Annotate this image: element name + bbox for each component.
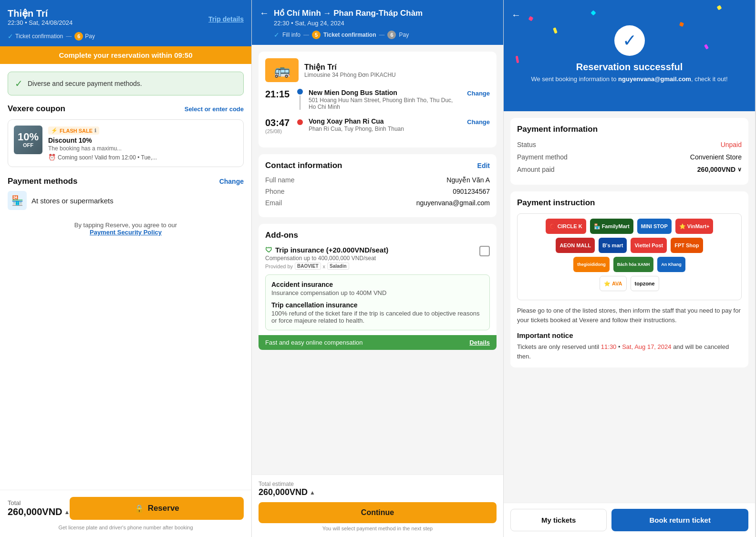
p1-trip-details-link[interactable]: Trip details [208,15,244,23]
store-icon: 🏪 [8,191,27,210]
back-arrow-icon[interactable]: ← [259,8,269,19]
bus-name: Thiện Trí [304,63,396,72]
accident-desc: Insurance compensation up to 400M VND [271,289,484,296]
coupon-off: OFF [23,142,33,148]
shield-icon: 🛡 [265,246,272,254]
p3-footer: My tickets Book return ticket [504,503,755,537]
p2-fast-tag: Fast and easy online compensation Detail… [259,335,497,350]
p1-footer: Total 260,000VND ▲ 🔒 Reserve Get license… [0,490,251,537]
p2-route: Hồ Chí Minh → Phan Rang-Tháp Chàm [274,8,423,18]
my-tickets-button[interactable]: My tickets [510,509,607,531]
step-check-icon: ✓ [8,32,13,40]
p2-total-label: Total estimate [259,481,315,487]
p2-arrive-time: 03:47 [265,117,291,128]
ministop-logo: MINI STOP [637,219,672,234]
p1-total-amount: 260,000VND ▲ [8,506,70,517]
p3-method-row: Payment method Convenient Store [517,153,742,161]
tgdd-logo: thegioididong [573,257,609,272]
p3-success-email: nguyenvana@gmail.com [618,75,691,83]
p2-addons-section: Add-ons 🛡 Trip insurance (+20.000VND/sea… [259,224,497,350]
p3-method-val: Convenient Store [690,153,742,161]
fptshop-logo: FPT Shop [671,238,703,253]
p1-coupon-link[interactable]: Select or enter code [185,105,244,113]
p2-insurance-row: 🛡 Trip insurance (+20.000VND/seat) Compe… [265,246,490,270]
p1-coupon-card: 10% OFF ⚡ FLASH SALE ℹ Discount 10% The … [8,119,244,167]
p1-license-text: Get license plate and driver's phone num… [8,525,244,530]
p3-amount-val: 260,000VND ∨ [697,166,742,173]
arrive-change-link[interactable]: Change [467,117,490,126]
p3-success-sub: We sent booking information to nguyenvan… [511,75,747,83]
accident-title: Accident insurance [271,281,484,288]
p1-bus-name: Thiện Trí [8,8,72,19]
bus-thumbnail: 🚌 [265,58,299,82]
familymart-logo: 🏪FamilyMart [590,219,633,234]
arrive-stop-name: Vong Xoay Phan Ri Cua [309,117,461,125]
coupon-pct: 10% [18,132,39,142]
store-row-4: ⭐ AVA topzone [522,276,736,291]
reserve-button[interactable]: 🔒 Reserve [70,497,244,520]
contact-edit-link[interactable]: Edit [477,162,490,169]
p2-footer: Total estimate 260,000VND ▲ Continue You… [252,474,503,537]
p1-step-pay-num: 6 [74,32,83,41]
store-row-2: AEON MALL B's mart Viettel Post FPT Shop [522,238,736,253]
panel-ticket-confirmation: ← Hồ Chí Minh → Phan Rang-Tháp Chàm 22:3… [252,0,504,537]
p2-chevron-up-icon: ▲ [310,489,315,496]
contact-email-row: Email nguyenvana@gmail.com [265,199,490,207]
book-return-ticket-button[interactable]: Book return ticket [611,509,748,531]
p3-header: ← ✓ Reservation successful We sent booki… [504,0,755,111]
p2-step-ticket-label: Ticket confirmation [323,32,376,38]
p3-success-area: ✓ Reservation successful We sent booking… [511,25,747,83]
p3-instruction-text: Please go to one of the listed stores, t… [517,306,742,325]
p1-timer-bar: Complete your reservation within 09:50 [0,46,251,64]
store-row-3: thegioididong Bách hóa XANH An Khang [522,257,736,272]
insurance-checkbox[interactable] [479,246,490,256]
trip-cancel-title: Trip cancellation insurance [271,301,484,309]
panel-payment: Thiện Trí 22:30 • Sat, 24/08/2024 Trip d… [0,0,252,537]
p1-payment-title: Payment methods [8,177,77,186]
provider2-tag: Saladin [327,263,349,270]
p2-depart-time: 21:15 [265,89,291,100]
depart-stop-addr: 501 Hoang Huu Nam Street, Phuong Binh Th… [309,97,461,110]
addons-details-link[interactable]: Details [469,339,490,346]
p1-agree-text: By tapping Reserve, you agree to our Pay… [8,221,244,236]
p1-header: Thiện Trí 22:30 • Sat, 24/08/2024 Trip d… [0,0,251,46]
p2-arrive-date: (25/08) [265,128,291,134]
continue-button[interactable]: Continue [259,502,497,523]
p1-change-link[interactable]: Change [219,178,244,185]
bus-type: Limousine 34 Phòng Đơn PIKACHU [304,72,396,78]
insurance-desc: Compensation up to 400,000,000 VND/seat [265,255,479,262]
p1-body: ✓ Diverse and secure payment methods. Ve… [0,64,251,490]
p1-steps: ✓ Ticket confirmation — 6 Pay [8,32,244,41]
clock-icon: ⏰ [48,154,56,161]
big-check-icon: ✓ [622,31,637,51]
stop-dot-arrival [297,119,303,125]
addons-title: Add-ons [265,231,490,240]
p3-instruction-title: Payment instruction [517,198,742,208]
circle-k-logo: ⭕CIRCLE K [546,219,586,234]
depart-change-link[interactable]: Change [467,89,490,97]
insurance-name: 🛡 Trip insurance (+20.000VND/seat) [265,246,479,254]
p1-payment-header: Payment methods Change [8,177,244,186]
important-date: Sat, Aug 17, 2024 [622,343,671,350]
p2-bus-info: 🚌 Thiện Trí Limousine 34 Phòng Đơn PIKAC… [265,58,490,82]
p2-total-amount: 260,000VND ▲ [259,487,315,497]
coupon-discount: Discount 10% [48,137,238,144]
coupon-valid: ⏰ Coming soon! Valid from 12:00 • Tue,..… [48,154,238,161]
insurance-providers: Provided by BAOVIET x Saladin [265,263,479,270]
bsmart-logo: B's mart [599,238,627,253]
provider1-tag: BAOVIET [295,263,321,270]
contact-phone-row: Phone 0901234567 [265,188,490,195]
p2-header: ← Hồ Chí Minh → Phan Rang-Tháp Chàm 22:3… [252,0,503,45]
store-row-1: ⭕CIRCLE K 🏪FamilyMart MINI STOP ⭐VinMart… [522,219,736,234]
panel-reservation-success: ← ✓ Reservation successful We sent booki… [504,0,756,537]
p1-step-pay-label: Pay [85,33,95,40]
coupon-badge: 10% OFF [14,126,42,154]
p2-next-step-text: You will select payment method in the ne… [259,526,497,531]
p1-datetime: 22:30 • Sat, 24/08/2024 [8,19,72,26]
p2-step-ticket-num: 5 [312,31,321,39]
important-time: 11:30 [601,343,617,350]
stop-dot-departure [297,89,303,95]
p1-policy-link[interactable]: Payment Security Policy [90,229,162,236]
store-label: At stores or supermarkets [31,197,114,205]
p2-accident-box: Accident insurance Insurance compensatio… [265,274,490,330]
